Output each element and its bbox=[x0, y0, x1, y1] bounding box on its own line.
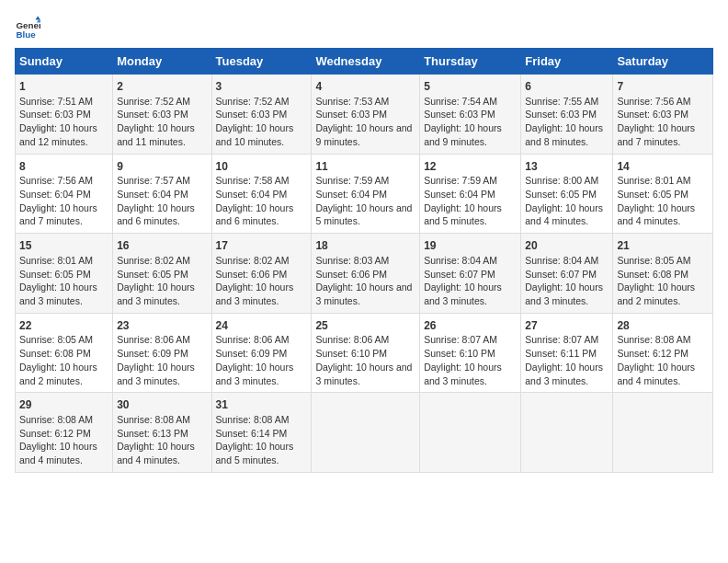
cell-daylight: Daylight: 10 hours and 3 minutes. bbox=[315, 362, 412, 386]
cell-sunrise: Sunrise: 8:01 AM bbox=[19, 255, 93, 266]
calendar-cell bbox=[420, 393, 521, 473]
cell-sunrise: Sunrise: 7:56 AM bbox=[617, 96, 690, 107]
calendar-week-row: 15Sunrise: 8:01 AMSunset: 6:05 PMDayligh… bbox=[16, 234, 713, 314]
cell-sunset: Sunset: 6:13 PM bbox=[117, 428, 188, 439]
calendar-cell: 9Sunrise: 7:57 AMSunset: 6:04 PMDaylight… bbox=[113, 154, 211, 234]
cell-daylight: Daylight: 10 hours and 12 minutes. bbox=[19, 122, 97, 147]
cell-daylight: Daylight: 10 hours and 3 minutes. bbox=[117, 362, 195, 386]
calendar-cell: 1Sunrise: 7:51 AMSunset: 6:03 PMDaylight… bbox=[16, 75, 113, 155]
cell-sunrise: Sunrise: 7:57 AM bbox=[117, 175, 190, 186]
calendar-cell: 11Sunrise: 7:59 AMSunset: 6:04 PMDayligh… bbox=[312, 154, 420, 234]
cell-daylight: Daylight: 10 hours and 3 minutes. bbox=[315, 282, 412, 306]
svg-text:Blue: Blue bbox=[16, 29, 36, 40]
cell-daylight: Daylight: 10 hours and 2 minutes. bbox=[617, 282, 695, 306]
calendar-cell: 8Sunrise: 7:56 AMSunset: 6:04 PMDaylight… bbox=[16, 154, 113, 234]
col-header-thursday: Thursday bbox=[420, 49, 521, 75]
calendar-cell: 7Sunrise: 7:56 AMSunset: 6:03 PMDaylight… bbox=[613, 75, 713, 155]
cell-sunset: Sunset: 6:04 PM bbox=[315, 189, 387, 200]
cell-sunset: Sunset: 6:06 PM bbox=[216, 269, 288, 280]
cell-sunrise: Sunrise: 8:03 AM bbox=[315, 255, 389, 266]
cell-daylight: Daylight: 10 hours and 11 minutes. bbox=[117, 122, 195, 147]
cell-sunset: Sunset: 6:08 PM bbox=[19, 348, 91, 359]
cell-sunset: Sunset: 6:10 PM bbox=[315, 348, 387, 359]
cell-sunset: Sunset: 6:05 PM bbox=[525, 189, 597, 200]
cell-sunset: Sunset: 6:03 PM bbox=[617, 109, 688, 120]
cell-daylight: Daylight: 10 hours and 4 minutes. bbox=[525, 202, 603, 227]
cell-day-number: 20 bbox=[525, 238, 609, 254]
cell-day-number: 8 bbox=[19, 159, 108, 175]
cell-day-number: 30 bbox=[117, 397, 207, 413]
cell-daylight: Daylight: 10 hours and 3 minutes. bbox=[216, 282, 294, 306]
calendar-cell: 28Sunrise: 8:08 AMSunset: 6:12 PMDayligh… bbox=[613, 313, 713, 393]
cell-day-number: 23 bbox=[117, 318, 207, 334]
cell-sunset: Sunset: 6:06 PM bbox=[315, 269, 387, 280]
cell-sunrise: Sunrise: 7:59 AM bbox=[424, 175, 497, 186]
cell-daylight: Daylight: 10 hours and 3 minutes. bbox=[424, 282, 502, 306]
cell-day-number: 26 bbox=[424, 318, 517, 334]
cell-daylight: Daylight: 10 hours and 7 minutes. bbox=[19, 202, 97, 227]
cell-day-number: 25 bbox=[315, 318, 415, 334]
cell-sunrise: Sunrise: 7:58 AM bbox=[216, 175, 290, 186]
cell-sunset: Sunset: 6:14 PM bbox=[216, 428, 288, 439]
calendar-cell: 15Sunrise: 8:01 AMSunset: 6:05 PMDayligh… bbox=[16, 234, 113, 314]
cell-sunset: Sunset: 6:07 PM bbox=[525, 269, 597, 280]
cell-sunset: Sunset: 6:04 PM bbox=[117, 189, 188, 200]
calendar-cell bbox=[521, 393, 613, 473]
calendar-cell: 20Sunrise: 8:04 AMSunset: 6:07 PMDayligh… bbox=[521, 234, 613, 314]
cell-day-number: 5 bbox=[424, 79, 517, 95]
cell-sunset: Sunset: 6:09 PM bbox=[216, 348, 288, 359]
cell-sunrise: Sunrise: 7:55 AM bbox=[525, 96, 598, 107]
cell-sunset: Sunset: 6:08 PM bbox=[617, 269, 688, 280]
cell-sunrise: Sunrise: 8:06 AM bbox=[315, 334, 389, 345]
cell-daylight: Daylight: 10 hours and 4 minutes. bbox=[117, 441, 195, 465]
calendar-cell: 3Sunrise: 7:52 AMSunset: 6:03 PMDaylight… bbox=[211, 75, 312, 155]
cell-day-number: 13 bbox=[525, 159, 609, 175]
cell-day-number: 19 bbox=[424, 238, 517, 254]
cell-sunset: Sunset: 6:03 PM bbox=[117, 109, 188, 120]
cell-sunrise: Sunrise: 8:05 AM bbox=[19, 334, 93, 345]
calendar-table: SundayMondayTuesdayWednesdayThursdayFrid… bbox=[15, 48, 713, 473]
cell-sunset: Sunset: 6:03 PM bbox=[216, 109, 288, 120]
cell-sunset: Sunset: 6:04 PM bbox=[19, 189, 91, 200]
calendar-cell: 29Sunrise: 8:08 AMSunset: 6:12 PMDayligh… bbox=[16, 393, 113, 473]
calendar-cell: 13Sunrise: 8:00 AMSunset: 6:05 PMDayligh… bbox=[521, 154, 613, 234]
cell-sunrise: Sunrise: 7:52 AM bbox=[216, 96, 290, 107]
cell-sunrise: Sunrise: 8:01 AM bbox=[617, 175, 690, 186]
cell-sunrise: Sunrise: 8:08 AM bbox=[617, 334, 690, 345]
col-header-wednesday: Wednesday bbox=[312, 49, 420, 75]
cell-daylight: Daylight: 10 hours and 6 minutes. bbox=[216, 202, 294, 227]
calendar-cell: 5Sunrise: 7:54 AMSunset: 6:03 PMDaylight… bbox=[420, 75, 521, 155]
logo: General Blue bbox=[15, 15, 44, 40]
cell-sunrise: Sunrise: 8:07 AM bbox=[424, 334, 497, 345]
calendar-cell: 14Sunrise: 8:01 AMSunset: 6:05 PMDayligh… bbox=[613, 154, 713, 234]
cell-day-number: 12 bbox=[424, 159, 517, 175]
cell-day-number: 24 bbox=[216, 318, 308, 334]
cell-day-number: 31 bbox=[216, 397, 308, 413]
calendar-cell: 26Sunrise: 8:07 AMSunset: 6:10 PMDayligh… bbox=[420, 313, 521, 393]
cell-daylight: Daylight: 10 hours and 3 minutes. bbox=[19, 282, 97, 306]
header: General Blue bbox=[15, 15, 713, 40]
calendar-cell: 18Sunrise: 8:03 AMSunset: 6:06 PMDayligh… bbox=[312, 234, 420, 314]
cell-sunset: Sunset: 6:11 PM bbox=[525, 348, 597, 359]
calendar-cell bbox=[613, 393, 713, 473]
svg-marker-2 bbox=[35, 16, 40, 19]
cell-day-number: 22 bbox=[19, 318, 108, 334]
cell-day-number: 7 bbox=[617, 79, 709, 95]
cell-sunset: Sunset: 6:04 PM bbox=[216, 189, 288, 200]
calendar-cell bbox=[312, 393, 420, 473]
calendar-week-row: 1Sunrise: 7:51 AMSunset: 6:03 PMDaylight… bbox=[16, 75, 713, 155]
calendar-cell: 16Sunrise: 8:02 AMSunset: 6:05 PMDayligh… bbox=[113, 234, 211, 314]
calendar-cell: 23Sunrise: 8:06 AMSunset: 6:09 PMDayligh… bbox=[113, 313, 211, 393]
cell-sunrise: Sunrise: 7:53 AM bbox=[315, 96, 389, 107]
calendar-header-row: SundayMondayTuesdayWednesdayThursdayFrid… bbox=[16, 49, 713, 75]
cell-daylight: Daylight: 10 hours and 5 minutes. bbox=[315, 202, 412, 227]
cell-day-number: 4 bbox=[315, 79, 415, 95]
cell-daylight: Daylight: 10 hours and 5 minutes. bbox=[424, 202, 502, 227]
cell-sunset: Sunset: 6:03 PM bbox=[525, 109, 597, 120]
calendar-cell: 19Sunrise: 8:04 AMSunset: 6:07 PMDayligh… bbox=[420, 234, 521, 314]
col-header-tuesday: Tuesday bbox=[211, 49, 312, 75]
cell-daylight: Daylight: 10 hours and 2 minutes. bbox=[19, 362, 97, 386]
cell-sunrise: Sunrise: 8:08 AM bbox=[216, 414, 290, 425]
cell-day-number: 2 bbox=[117, 79, 207, 95]
calendar-cell: 22Sunrise: 8:05 AMSunset: 6:08 PMDayligh… bbox=[16, 313, 113, 393]
